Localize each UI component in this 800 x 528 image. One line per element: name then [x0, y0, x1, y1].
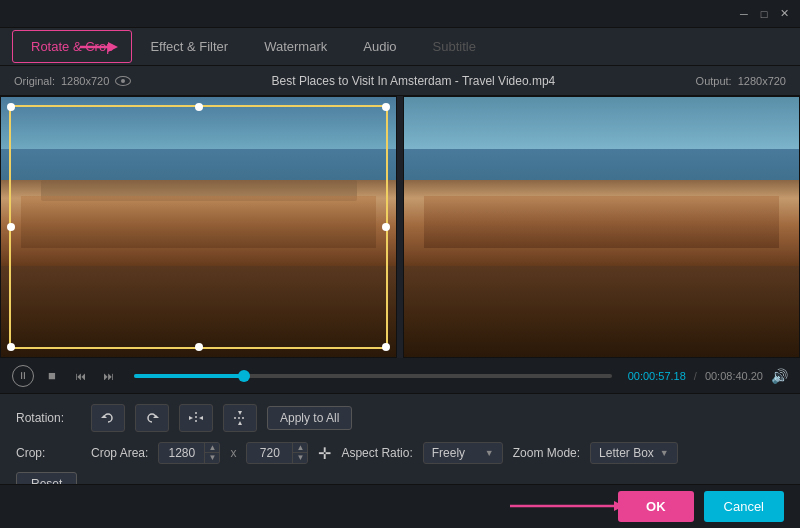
svg-marker-2 [101, 415, 107, 418]
video-ground-right [404, 266, 799, 357]
left-video-panel [0, 96, 397, 358]
minimize-button[interactable]: ─ [736, 6, 752, 22]
output-info: Output: 1280x720 [696, 75, 786, 87]
zoom-mode-label: Zoom Mode: [513, 446, 580, 460]
rotate-left-icon [100, 410, 116, 426]
time-separator: / [694, 370, 697, 382]
height-decrement-button[interactable]: ▼ [293, 453, 307, 463]
svg-marker-8 [238, 411, 242, 415]
volume-icon[interactable]: 🔊 [771, 368, 788, 384]
apply-all-button[interactable]: Apply to All [267, 406, 352, 430]
progress-bar[interactable] [134, 374, 612, 378]
tab-bar: Rotate & Crop Effect & Filter Watermark … [0, 28, 800, 66]
svg-marker-9 [238, 421, 242, 425]
preview-toggle-icon[interactable] [115, 76, 131, 86]
video-ground-left [1, 266, 396, 357]
building-detail-right [424, 196, 780, 248]
crop-height-input-group: ▲ ▼ [246, 442, 308, 464]
rotation-row: Rotation: [16, 404, 784, 432]
zoom-mode-value: Letter Box [599, 446, 654, 460]
progress-fill [134, 374, 244, 378]
close-button[interactable]: ✕ [776, 6, 792, 22]
crop-row: Crop: Crop Area: ▲ ▼ x ▲ ▼ ✛ Aspect Rati… [16, 442, 784, 464]
svg-marker-5 [189, 416, 193, 420]
crop-width-input-group: ▲ ▼ [158, 442, 220, 464]
svg-marker-11 [614, 501, 624, 511]
tab-effect-filter[interactable]: Effect & Filter [132, 31, 246, 62]
bottom-action-bar: OK Cancel [0, 484, 800, 528]
tab-rotate-crop[interactable]: Rotate & Crop [12, 30, 132, 63]
height-spinners: ▲ ▼ [292, 443, 307, 463]
filename-display: Best Places to Visit In Amsterdam - Trav… [272, 74, 556, 88]
crop-width-input[interactable] [159, 443, 204, 463]
move-crop-icon[interactable]: ✛ [318, 444, 331, 463]
prev-frame-button[interactable]: ⏮ [70, 366, 90, 386]
zoom-dropdown-arrow: ▼ [660, 448, 669, 458]
tab-audio[interactable]: Audio [345, 31, 414, 62]
height-increment-button[interactable]: ▲ [293, 443, 307, 453]
rotation-label: Rotation: [16, 411, 81, 425]
flip-vertical-icon [232, 410, 248, 426]
pause-button[interactable]: ⏸ [12, 365, 34, 387]
tab-subtitle: Subtitle [415, 31, 494, 62]
svg-marker-6 [199, 416, 203, 420]
current-time: 00:00:57.18 [628, 370, 686, 382]
zoom-mode-dropdown[interactable]: Letter Box ▼ [590, 442, 678, 464]
next-frame-button[interactable]: ⏭ [98, 366, 118, 386]
flip-horizontal-button[interactable] [179, 404, 213, 432]
rotate-right-icon [144, 410, 160, 426]
tab-watermark[interactable]: Watermark [246, 31, 345, 62]
title-bar: ─ □ ✕ [0, 0, 800, 28]
cancel-button[interactable]: Cancel [704, 491, 784, 522]
crop-label: Crop: [16, 446, 81, 460]
playback-bar: ⏸ ■ ⏮ ⏭ 00:00:57.18 / 00:08:40.20 🔊 [0, 358, 800, 394]
progress-thumb[interactable] [238, 370, 250, 382]
width-increment-button[interactable]: ▲ [205, 443, 219, 453]
left-video-frame [1, 97, 396, 357]
total-time: 00:08:40.20 [705, 370, 763, 382]
right-video-panel [403, 96, 800, 358]
crop-area-label: Crop Area: [91, 446, 148, 460]
dimension-separator: x [230, 446, 236, 460]
rotate-right-button[interactable] [135, 404, 169, 432]
video-info-bar: Original: 1280x720 Best Places to Visit … [0, 66, 800, 96]
ok-arrow-indicator [510, 496, 630, 516]
maximize-button[interactable]: □ [756, 6, 772, 22]
svg-marker-3 [153, 415, 159, 418]
width-spinners: ▲ ▼ [204, 443, 219, 463]
flip-vertical-button[interactable] [223, 404, 257, 432]
right-video-frame [404, 97, 799, 357]
rotate-left-button[interactable] [91, 404, 125, 432]
aspect-dropdown-arrow: ▼ [485, 448, 494, 458]
aspect-ratio-value: Freely [432, 446, 465, 460]
main-video-area [0, 96, 800, 358]
building-detail-2 [21, 196, 377, 248]
width-decrement-button[interactable]: ▼ [205, 453, 219, 463]
aspect-ratio-label: Aspect Ratio: [341, 446, 412, 460]
crop-height-input[interactable] [247, 443, 292, 463]
original-info: Original: 1280x720 [14, 75, 131, 87]
aspect-ratio-dropdown[interactable]: Freely ▼ [423, 442, 503, 464]
stop-button[interactable]: ■ [42, 366, 62, 386]
flip-horizontal-icon [188, 410, 204, 426]
